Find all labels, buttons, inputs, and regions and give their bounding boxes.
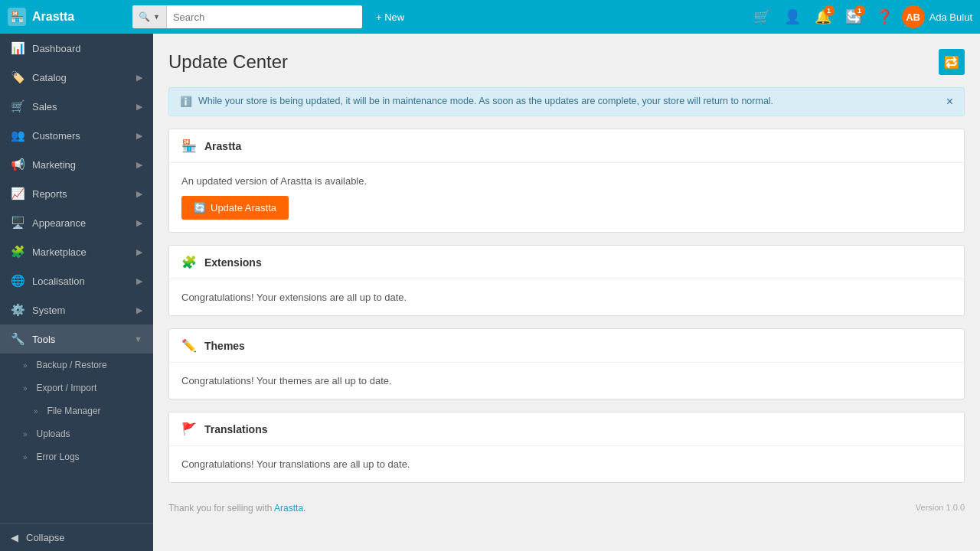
sidebar-item-dashboard[interactable]: 📊 Dashboard	[0, 34, 153, 63]
chevron-right-icon-sales: ▶	[136, 102, 142, 112]
sales-icon: 🛒	[11, 99, 24, 113]
sidebar-item-uploads[interactable]: » Uploads	[0, 422, 153, 445]
version-label: Version 1.0.0	[916, 503, 965, 514]
footer-text: Thank you for selling with Arastta.	[168, 503, 305, 514]
system-icon: ⚙️	[11, 303, 24, 317]
themes-section: ✏️ Themes Congratulations! Your themes a…	[168, 328, 965, 399]
help-button[interactable]: ❓	[871, 4, 897, 30]
sidebar-collapse-btn[interactable]: ◀ Collapse	[0, 523, 153, 551]
footer-brand-link[interactable]: Arastta.	[274, 503, 305, 514]
update-icon: 🔄	[194, 202, 206, 214]
avatar: AB	[902, 5, 925, 28]
chevron-right-icon-appearance: ▶	[136, 218, 142, 228]
search-dropdown-btn[interactable]: 🔍 ▼	[132, 5, 167, 28]
sidebar-label-marketplace: Marketplace	[32, 246, 87, 258]
chevron-right-icon-marketing: ▶	[136, 160, 142, 170]
sidebar-label-dashboard: Dashboard	[32, 43, 81, 54]
sidebar: 📊 Dashboard 🏷️ Catalog ▶ 🛒 Sales ▶ 👥 Cus…	[0, 34, 153, 551]
main-footer: Thank you for selling with Arastta. Vers…	[168, 495, 965, 514]
arastta-section-icon: 🏪	[181, 139, 197, 153]
search-arrow-icon: ▼	[153, 13, 160, 21]
translations-section-body: Congratulations! Your translations are a…	[169, 446, 964, 482]
sidebar-item-error-logs[interactable]: » Error Logs	[0, 445, 153, 468]
sidebar-item-marketplace[interactable]: 🧩 Marketplace ▶	[0, 237, 153, 266]
themes-congrats-message: Congratulations! Your themes are all up …	[181, 375, 952, 386]
user-name: Ada Bulut	[929, 11, 972, 23]
arastta-section-header: 🏪 Arastta	[169, 129, 964, 163]
sidebar-item-export-import[interactable]: » Export / Import	[0, 377, 153, 399]
notifications-badge: 1	[824, 5, 835, 16]
sidebar-label-system: System	[32, 305, 65, 316]
user-button[interactable]: 👤	[779, 4, 805, 30]
sidebar-item-file-manager[interactable]: » File Manager	[0, 399, 153, 422]
user-area[interactable]: AB Ada Bulut	[902, 5, 972, 28]
marketing-icon: 📢	[11, 158, 24, 171]
sidebar-label-appearance: Appearance	[32, 217, 86, 229]
info-icon: ℹ️	[180, 96, 192, 107]
sidebar-item-system[interactable]: ⚙️ System ▶	[0, 295, 153, 324]
update-arastta-button[interactable]: 🔄 Update Arastta	[181, 196, 289, 220]
sidebar-item-localisation[interactable]: 🌐 Localisation ▶	[0, 266, 153, 295]
translations-congrats-message: Congratulations! Your translations are a…	[181, 458, 952, 470]
sidebar-label-file-manager: File Manager	[47, 406, 101, 416]
sidebar-item-reports[interactable]: 📈 Reports ▶	[0, 179, 153, 208]
arastta-update-message: An updated version of Arastta is availab…	[181, 175, 952, 187]
sidebar-label-marketing: Marketing	[32, 159, 76, 171]
cart-button[interactable]: 🛒	[749, 4, 775, 30]
customers-icon: 👥	[11, 129, 24, 142]
sidebar-item-backup-restore[interactable]: » Backup / Restore	[0, 354, 153, 377]
extensions-section: 🧩 Extensions Congratulations! Your exten…	[168, 245, 965, 316]
refresh-button[interactable]: 🔄 1	[841, 4, 867, 30]
chevron-right-icon: ▶	[136, 73, 142, 83]
chevron-down-icon-tools: ▼	[134, 334, 142, 344]
alert-message: While your store is being updated, it wi…	[198, 96, 773, 106]
sidebar-item-sales[interactable]: 🛒 Sales ▶	[0, 92, 153, 121]
sidebar-label-customers: Customers	[32, 130, 80, 142]
sidebar-item-tools[interactable]: 🔧 Tools ▼	[0, 324, 153, 354]
translations-section-header: 🚩 Translations	[169, 412, 964, 446]
sidebar-label-sales: Sales	[32, 101, 57, 112]
brand-logo[interactable]: 🏪 Arastta	[8, 8, 126, 26]
user-icon: 👤	[784, 8, 801, 25]
sidebar-item-marketing[interactable]: 📢 Marketing ▶	[0, 150, 153, 179]
new-button[interactable]: + New	[368, 11, 412, 23]
chevron-right-icon-customers: ▶	[136, 131, 142, 141]
translations-section-title: Translations	[204, 423, 267, 435]
chevron-right-icon-errors: »	[23, 453, 28, 461]
layout: 📊 Dashboard 🏷️ Catalog ▶ 🛒 Sales ▶ 👥 Cus…	[0, 34, 980, 551]
main-content: Update Center 🔁 ℹ️ While your store is b…	[153, 34, 980, 551]
sidebar-item-catalog[interactable]: 🏷️ Catalog ▶	[0, 63, 153, 92]
brand-name: Arastta	[32, 10, 74, 24]
search-input[interactable]	[167, 5, 362, 28]
extensions-section-header: 🧩 Extensions	[169, 246, 964, 279]
extensions-congrats-message: Congratulations! Your extensions are all…	[181, 292, 952, 303]
chevron-right-icon-reports: ▶	[136, 189, 142, 199]
extensions-section-title: Extensions	[204, 256, 262, 269]
translations-icon: 🚩	[181, 422, 197, 436]
chevron-right-icon-uploads: »	[23, 430, 28, 439]
arastta-section-title: Arastta	[204, 140, 241, 152]
topbar-right: 🛒 👤 🔔 1 🔄 1 ❓ AB Ada Bulut	[749, 4, 972, 30]
sidebar-item-customers[interactable]: 👥 Customers ▶	[0, 121, 153, 150]
themes-section-body: Congratulations! Your themes are all up …	[169, 363, 964, 399]
arastta-section-body: An updated version of Arastta is availab…	[169, 163, 964, 232]
update-btn-label: Update Arastta	[211, 202, 276, 214]
refresh-badge: 1	[854, 5, 865, 16]
chevron-right-icon-files: »	[34, 407, 38, 416]
themes-icon: ✏️	[181, 338, 197, 353]
sidebar-item-appearance[interactable]: 🖥️ Appearance ▶	[0, 208, 153, 237]
extensions-icon: 🧩	[181, 255, 197, 269]
page-title: Update Center	[168, 51, 288, 73]
sidebar-label-backup-restore: Backup / Restore	[37, 360, 107, 370]
page-refresh-button[interactable]: 🔁	[939, 49, 965, 75]
themes-section-header: ✏️ Themes	[169, 329, 964, 363]
notifications-button[interactable]: 🔔 1	[810, 4, 836, 30]
translations-section: 🚩 Translations Congratulations! Your tra…	[168, 412, 965, 483]
cart-icon: 🛒	[753, 8, 770, 25]
search-area: 🔍 ▼	[132, 5, 362, 28]
sidebar-label-tools: Tools	[32, 334, 55, 345]
sidebar-label-localisation: Localisation	[32, 276, 85, 287]
alert-close-button[interactable]: ×	[946, 96, 953, 108]
localisation-icon: 🌐	[11, 274, 24, 288]
brand-icon: 🏪	[8, 8, 26, 26]
